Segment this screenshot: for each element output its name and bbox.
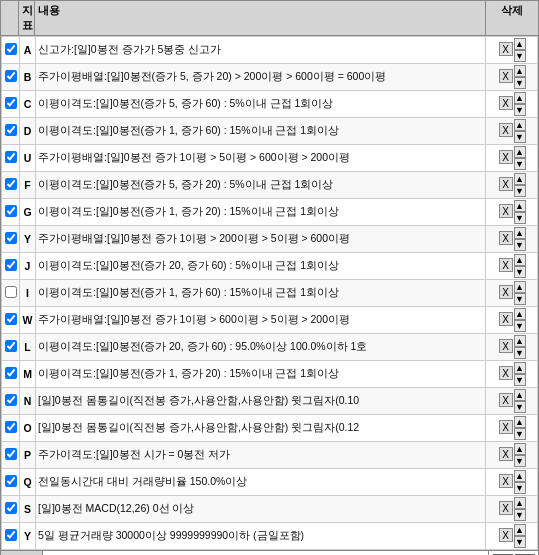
row-up-arrow[interactable]: ▲ — [514, 335, 526, 347]
row-up-arrow[interactable]: ▲ — [514, 470, 526, 482]
row-checkbox[interactable] — [5, 286, 17, 298]
row-down-arrow[interactable]: ▼ — [514, 482, 526, 494]
row-up-arrow[interactable]: ▲ — [514, 65, 526, 77]
row-up-arrow[interactable]: ▲ — [514, 524, 526, 536]
row-check-cell[interactable] — [2, 199, 20, 226]
row-checkbox[interactable] — [5, 124, 17, 136]
row-checkbox[interactable] — [5, 529, 17, 541]
delete-x-btn[interactable]: X — [499, 69, 513, 83]
row-checkbox[interactable] — [5, 313, 17, 325]
delete-x-btn[interactable]: X — [499, 474, 513, 488]
row-down-arrow[interactable]: ▼ — [514, 185, 526, 197]
row-checkbox[interactable] — [5, 70, 17, 82]
row-checkbox[interactable] — [5, 205, 17, 217]
delete-x-btn[interactable]: X — [499, 420, 513, 434]
row-check-cell[interactable] — [2, 280, 20, 307]
delete-x-btn[interactable]: X — [499, 285, 513, 299]
row-content: [일]0봉전 MACD(12,26) 0선 이상 — [36, 496, 486, 523]
row-check-cell[interactable] — [2, 388, 20, 415]
row-check-cell[interactable] — [2, 253, 20, 280]
row-down-arrow[interactable]: ▼ — [514, 104, 526, 116]
delete-x-btn[interactable]: X — [499, 231, 513, 245]
row-up-arrow[interactable]: ▲ — [514, 38, 526, 50]
row-checkbox[interactable] — [5, 151, 17, 163]
delete-x-btn[interactable]: X — [499, 528, 513, 542]
row-checkbox[interactable] — [5, 232, 17, 244]
row-up-arrow[interactable]: ▲ — [514, 254, 526, 266]
row-up-arrow[interactable]: ▲ — [514, 146, 526, 158]
row-checkbox[interactable] — [5, 394, 17, 406]
delete-x-btn[interactable]: X — [499, 204, 513, 218]
row-check-cell[interactable] — [2, 469, 20, 496]
row-checkbox[interactable] — [5, 448, 17, 460]
row-down-arrow[interactable]: ▼ — [514, 293, 526, 305]
row-check-cell[interactable] — [2, 172, 20, 199]
row-up-arrow[interactable]: ▲ — [514, 119, 526, 131]
delete-x-btn[interactable]: X — [499, 150, 513, 164]
row-up-arrow[interactable]: ▲ — [514, 227, 526, 239]
row-down-arrow[interactable]: ▼ — [514, 158, 526, 170]
delete-x-btn[interactable]: X — [499, 339, 513, 353]
row-checkbox[interactable] — [5, 367, 17, 379]
row-checkbox[interactable] — [5, 178, 17, 190]
row-up-arrow[interactable]: ▲ — [514, 416, 526, 428]
row-down-arrow[interactable]: ▼ — [514, 239, 526, 251]
delete-x-btn[interactable]: X — [499, 366, 513, 380]
delete-x-btn[interactable]: X — [499, 177, 513, 191]
row-check-cell[interactable] — [2, 334, 20, 361]
row-up-arrow[interactable]: ▲ — [514, 389, 526, 401]
row-checkbox[interactable] — [5, 502, 17, 514]
delete-x-btn[interactable]: X — [499, 42, 513, 56]
delete-x-btn[interactable]: X — [499, 312, 513, 326]
row-down-arrow[interactable]: ▼ — [514, 509, 526, 521]
delete-x-btn[interactable]: X — [499, 447, 513, 461]
row-up-arrow[interactable]: ▲ — [514, 92, 526, 104]
row-up-arrow[interactable]: ▲ — [514, 497, 526, 509]
row-down-arrow[interactable]: ▼ — [514, 50, 526, 62]
row-checkbox[interactable] — [5, 421, 17, 433]
row-down-arrow[interactable]: ▼ — [514, 212, 526, 224]
row-checkbox[interactable] — [5, 475, 17, 487]
row-check-cell[interactable] — [2, 91, 20, 118]
row-checkbox[interactable] — [5, 340, 17, 352]
row-down-arrow[interactable]: ▼ — [514, 374, 526, 386]
row-check-cell[interactable] — [2, 523, 20, 550]
row-up-arrow[interactable]: ▲ — [514, 200, 526, 212]
row-down-arrow[interactable]: ▼ — [514, 428, 526, 440]
row-down-arrow[interactable]: ▼ — [514, 266, 526, 278]
row-checkbox[interactable] — [5, 259, 17, 271]
row-checkbox[interactable] — [5, 97, 17, 109]
row-check-cell[interactable] — [2, 307, 20, 334]
row-check-cell[interactable] — [2, 442, 20, 469]
delete-x-btn[interactable]: X — [499, 96, 513, 110]
delete-x-btn[interactable]: X — [499, 258, 513, 272]
row-down-arrow[interactable]: ▼ — [514, 320, 526, 332]
row-check-cell[interactable] — [2, 64, 20, 91]
row-down-arrow[interactable]: ▼ — [514, 347, 526, 359]
row-down-arrow[interactable]: ▼ — [514, 77, 526, 89]
row-up-arrow[interactable]: ▲ — [514, 308, 526, 320]
delete-x-btn[interactable]: X — [499, 501, 513, 515]
row-check-cell[interactable] — [2, 118, 20, 145]
row-down-arrow[interactable]: ▼ — [514, 401, 526, 413]
row-letter: O — [20, 415, 36, 442]
delete-x-btn[interactable]: X — [499, 393, 513, 407]
row-down-arrow[interactable]: ▼ — [514, 455, 526, 467]
row-down-arrow[interactable]: ▼ — [514, 131, 526, 143]
delete-x-btn[interactable]: X — [499, 123, 513, 137]
row-down-arrow[interactable]: ▼ — [514, 536, 526, 548]
row-checkbox[interactable] — [5, 43, 17, 55]
table-row: Y주가이평배열:[일]0봉전 증가 1이평 > 200이평 > 5이평 > 60… — [2, 226, 538, 253]
row-check-cell[interactable] — [2, 415, 20, 442]
row-up-arrow[interactable]: ▲ — [514, 173, 526, 185]
row-check-cell[interactable] — [2, 145, 20, 172]
row-check-cell[interactable] — [2, 226, 20, 253]
row-check-cell[interactable] — [2, 361, 20, 388]
row-check-cell[interactable] — [2, 496, 20, 523]
row-up-arrow[interactable]: ▲ — [514, 443, 526, 455]
row-up-arrow[interactable]: ▲ — [514, 362, 526, 374]
row-up-arrow[interactable]: ▲ — [514, 281, 526, 293]
row-letter: S — [20, 496, 36, 523]
row-letter: P — [20, 442, 36, 469]
row-check-cell[interactable] — [2, 37, 20, 64]
